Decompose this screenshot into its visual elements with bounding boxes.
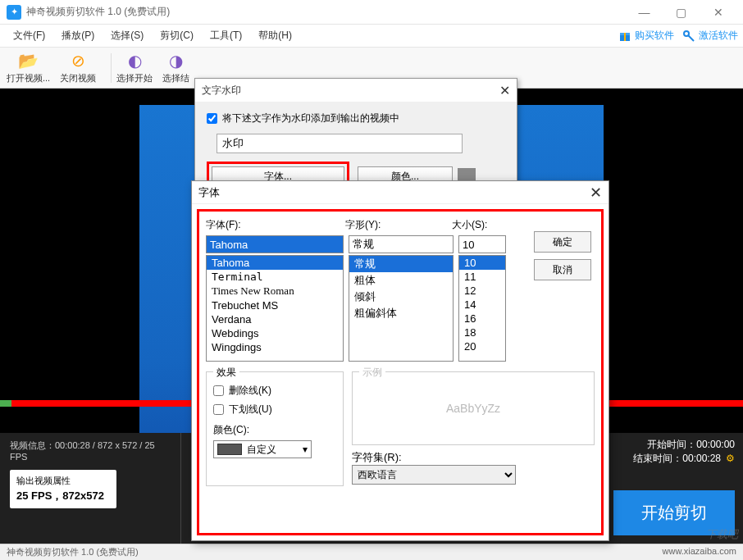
list-item[interactable]: Webdings	[207, 326, 343, 340]
list-item[interactable]: Terminal	[207, 270, 343, 284]
wm-enable-checkbox[interactable]: 将下述文字作为水印添加到输出的视频中	[207, 112, 505, 125]
outprop-value: 25 FPS，872x572	[16, 489, 110, 503]
font-style-listbox[interactable]: 常规粗体倾斜粗偏斜体	[349, 255, 454, 362]
site-watermark: 下载吧	[706, 527, 738, 542]
list-item[interactable]: Wingdings	[207, 340, 343, 354]
font-close-button[interactable]: ✕	[590, 184, 602, 202]
font-name-input[interactable]	[206, 235, 344, 253]
outprop-label: 输出视频属性	[16, 475, 110, 487]
list-item[interactable]: Verdana	[207, 312, 343, 326]
font-title: 字体	[198, 185, 220, 200]
close-button[interactable]: ✕	[700, 0, 736, 25]
sample-group: 示例 AaBbYyZz	[352, 371, 595, 445]
font-name-label: 字体(F):	[206, 218, 345, 232]
open-video-button[interactable]: 📂 打开视频...	[7, 51, 50, 84]
svg-line-4	[688, 35, 694, 41]
toolbar-separator	[111, 53, 112, 83]
key-icon	[682, 30, 695, 43]
wm-checkbox-label: 将下述文字作为水印添加到输出的视频中	[222, 112, 399, 125]
effects-legend: 效果	[213, 366, 239, 380]
folder-open-icon: 📂	[18, 51, 39, 71]
list-item[interactable]: Times New Roman	[207, 284, 343, 298]
list-item[interactable]: Tahoma	[207, 256, 343, 270]
charset-select[interactable]: 西欧语言	[352, 465, 516, 485]
wm-close-button[interactable]: ✕	[499, 83, 510, 98]
font-size-input[interactable]	[458, 235, 506, 253]
menu-cut[interactable]: 剪切(C)	[152, 25, 202, 46]
list-item[interactable]: 20	[459, 339, 505, 353]
color-select[interactable]: 自定义 ▾	[213, 440, 312, 458]
wm-checkbox-input[interactable]	[207, 113, 217, 124]
menu-tools[interactable]: 工具(T)	[202, 25, 250, 46]
font-size-listbox[interactable]: 10111214161820	[458, 255, 506, 362]
menu-help[interactable]: 帮助(H)	[250, 25, 300, 46]
select-start-button[interactable]: ◐ 选择开始	[116, 51, 153, 84]
app-title: 神奇视频剪切软件 1.0 (免费试用)	[26, 5, 626, 19]
sel-start-label: 选择开始	[116, 72, 153, 84]
list-item[interactable]: 常规	[349, 256, 453, 272]
statusbar: 神奇视频剪切软件 1.0 (免费试用) www.xiazaiba.com	[0, 544, 743, 560]
font-style-label: 字形(Y):	[345, 218, 452, 232]
menu-play[interactable]: 播放(P)	[53, 25, 103, 46]
font-name-listbox[interactable]: TahomaTerminalTimes New RomanTrebuchet M…	[206, 255, 344, 362]
status-right: www.xiazaiba.com	[663, 546, 736, 558]
gift-icon	[618, 30, 631, 43]
end-time-label: 结束时间：	[633, 453, 682, 464]
list-item[interactable]: Trebuchet MS	[207, 298, 343, 312]
list-item[interactable]: 10	[459, 256, 505, 270]
list-item[interactable]: 11	[459, 270, 505, 284]
app-icon: ✦	[7, 5, 21, 20]
time-info: 开始时间：00:00:00 结束时间：00:00:28⚙	[633, 438, 735, 466]
sample-text: AaBbYyZz	[446, 402, 500, 415]
titlebar: ✦ 神奇视频剪切软件 1.0 (免费试用) — ▢ ✕	[0, 0, 743, 25]
output-properties-box[interactable]: 输出视频属性 25 FPS，872x572	[10, 470, 116, 508]
minimize-button[interactable]: —	[626, 0, 663, 25]
maximize-button[interactable]: ▢	[663, 0, 700, 25]
font-style-input[interactable]	[349, 235, 454, 253]
menubar: 文件(F) 播放(P) 选择(S) 剪切(C) 工具(T) 帮助(H) 购买软件…	[0, 25, 743, 48]
start-time-label: 开始时间：	[647, 439, 696, 450]
end-time-value: 00:00:28	[682, 453, 721, 464]
color-label: 颜色(C):	[213, 423, 336, 437]
list-item[interactable]: 14	[459, 298, 505, 312]
wm-text-input[interactable]	[217, 134, 463, 153]
close-video-button[interactable]: ⊘ 关闭视频	[60, 51, 96, 84]
list-item[interactable]: 倾斜	[349, 289, 453, 305]
start-time-value: 00:00:00	[696, 439, 735, 450]
wm-dialog-titlebar[interactable]: 文字水印 ✕	[195, 79, 517, 102]
status-left: 神奇视频剪切软件 1.0 (免费试用)	[7, 546, 139, 558]
chevron-down-icon: ▾	[303, 444, 308, 455]
list-item[interactable]: 16	[459, 312, 505, 326]
color-value: 自定义	[247, 443, 276, 457]
gear-icon[interactable]: ⚙	[726, 453, 735, 464]
menu-select[interactable]: 选择(S)	[103, 25, 152, 46]
font-cancel-button[interactable]: 取消	[534, 259, 591, 280]
list-item[interactable]: 粗偏斜体	[349, 305, 453, 321]
marker-start-icon: ◐	[128, 51, 142, 71]
list-item[interactable]: 12	[459, 284, 505, 298]
buy-label: 购买软件	[635, 29, 674, 43]
list-item[interactable]: 粗体	[349, 272, 453, 289]
strikethrough-checkbox[interactable]: 删除线(K)	[213, 384, 336, 398]
color-swatch	[217, 444, 242, 455]
open-label: 打开视频...	[7, 72, 50, 84]
underline-checkbox[interactable]: 下划线(U)	[213, 403, 336, 417]
charset-label: 字符集(R):	[352, 450, 595, 465]
font-ok-button[interactable]: 确定	[534, 231, 591, 253]
video-info-text: 视频信息：00:00:28 / 872 x 572 / 25 FPS	[10, 439, 171, 462]
list-item[interactable]: 18	[459, 326, 505, 339]
effects-group: 效果 删除线(K) 下划线(U) 颜色(C): 自定义 ▾	[206, 371, 344, 486]
font-size-label: 大小(S):	[452, 218, 501, 232]
wm-title: 文字水印	[202, 84, 241, 98]
font-dialog: 字体 ✕ 字体(F): 字形(Y): 大小(S): TahomaTerminal…	[191, 180, 609, 541]
font-dialog-titlebar[interactable]: 字体 ✕	[192, 181, 609, 204]
buy-software-link[interactable]: 购买软件	[618, 29, 674, 43]
svg-rect-2	[624, 33, 626, 41]
select-end-button[interactable]: ◑ 选择结	[162, 51, 189, 84]
close-label: 关闭视频	[60, 72, 96, 84]
menu-file[interactable]: 文件(F)	[5, 25, 53, 46]
close-circle-icon: ⊘	[71, 51, 85, 71]
activate-label: 激活软件	[699, 29, 738, 43]
sel-end-label: 选择结	[162, 72, 189, 84]
activate-software-link[interactable]: 激活软件	[682, 29, 738, 43]
